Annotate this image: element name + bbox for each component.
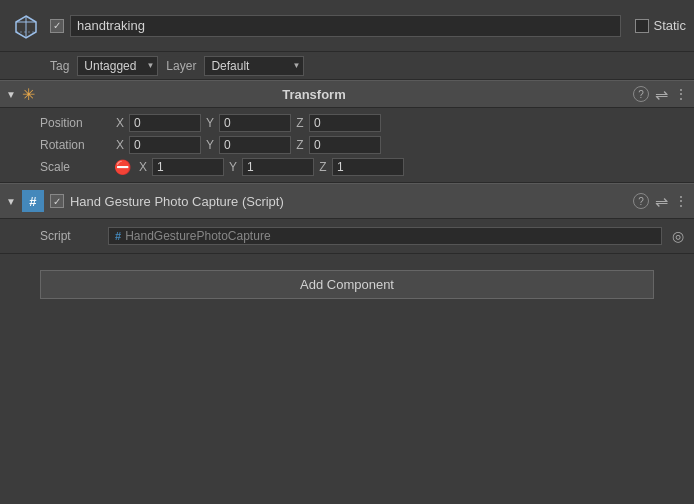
script-row: Script # HandGesturePhotoCapture ◎ xyxy=(40,225,686,247)
script-help-button[interactable]: ? xyxy=(633,193,649,209)
tag-dropdown[interactable]: Untagged xyxy=(77,56,158,76)
script-field-label: Script xyxy=(40,229,100,243)
static-wrapper: Static xyxy=(635,18,686,33)
script-collapse-icon[interactable]: ▼ xyxy=(6,196,16,207)
transform-body: Position X Y Z Rotation X Y Z Scale ⛔ X … xyxy=(0,108,694,183)
position-xyz: X Y Z xyxy=(114,114,686,132)
layer-label: Layer xyxy=(166,59,196,73)
script-title: Hand Gesture Photo Capture (Script) xyxy=(70,194,627,209)
script-value: # HandGesturePhotoCapture xyxy=(108,227,662,245)
position-x-label: X xyxy=(114,116,126,130)
scale-x-label: X xyxy=(137,160,149,174)
rotation-label: Rotation xyxy=(40,138,110,152)
rotation-xyz: X Y Z xyxy=(114,136,686,154)
active-checkbox[interactable] xyxy=(50,19,64,33)
script-section-header: ▼ # Hand Gesture Photo Capture (Script) … xyxy=(0,183,694,219)
scale-link-icon[interactable]: ⛔ xyxy=(114,159,131,175)
position-row: Position X Y Z xyxy=(0,112,694,134)
object-icon xyxy=(8,8,44,44)
transform-icon: ✳ xyxy=(22,85,35,104)
position-y-input[interactable] xyxy=(219,114,291,132)
add-component-section: Add Component xyxy=(0,254,694,315)
scale-z-label: Z xyxy=(317,160,329,174)
script-more-button[interactable]: ⋮ xyxy=(674,194,688,208)
rotation-row: Rotation X Y Z xyxy=(0,134,694,156)
rotation-y-input[interactable] xyxy=(219,136,291,154)
position-y-label: Y xyxy=(204,116,216,130)
script-settings-button[interactable]: ⇌ xyxy=(655,192,668,211)
tag-dropdown-wrapper: Untagged ▼ xyxy=(77,56,158,76)
scale-xyz: X Y Z xyxy=(137,158,686,176)
position-z-label: Z xyxy=(294,116,306,130)
rotation-x-label: X xyxy=(114,138,126,152)
scale-row: Scale ⛔ X Y Z xyxy=(0,156,694,178)
script-value-text: HandGesturePhotoCapture xyxy=(125,229,270,243)
header-bar: Static xyxy=(0,0,694,52)
transform-more-button[interactable]: ⋮ xyxy=(674,87,688,101)
object-name-input[interactable] xyxy=(70,15,621,37)
script-active-checkbox[interactable] xyxy=(50,194,64,208)
transform-actions: ? ⇌ ⋮ xyxy=(633,85,688,104)
add-component-button[interactable]: Add Component xyxy=(40,270,654,299)
scale-label: Scale xyxy=(40,160,110,174)
static-label: Static xyxy=(653,18,686,33)
layer-dropdown-wrapper: Default ▼ xyxy=(204,56,304,76)
transform-title: Transform xyxy=(41,87,587,102)
static-checkbox[interactable] xyxy=(635,19,649,33)
transform-help-button[interactable]: ? xyxy=(633,86,649,102)
transform-section-header: ▼ ✳ Transform ? ⇌ ⋮ xyxy=(0,80,694,108)
script-hash-icon: # xyxy=(22,190,44,212)
script-body: Script # HandGesturePhotoCapture ◎ xyxy=(0,219,694,254)
script-actions: ? ⇌ ⋮ xyxy=(633,192,688,211)
scale-y-input[interactable] xyxy=(242,158,314,176)
scale-z-input[interactable] xyxy=(332,158,404,176)
rotation-z-input[interactable] xyxy=(309,136,381,154)
script-hash-prefix: # xyxy=(115,230,121,242)
rotation-z-label: Z xyxy=(294,138,306,152)
scale-x-input[interactable] xyxy=(152,158,224,176)
script-target-button[interactable]: ◎ xyxy=(670,228,686,244)
tag-label: Tag xyxy=(50,59,69,73)
rotation-y-label: Y xyxy=(204,138,216,152)
position-x-input[interactable] xyxy=(129,114,201,132)
transform-collapse-icon[interactable]: ▼ xyxy=(6,89,16,100)
tag-layer-row: Tag Untagged ▼ Layer Default ▼ xyxy=(0,52,694,80)
transform-settings-button[interactable]: ⇌ xyxy=(655,85,668,104)
position-label: Position xyxy=(40,116,110,130)
scale-y-label: Y xyxy=(227,160,239,174)
rotation-x-input[interactable] xyxy=(129,136,201,154)
position-z-input[interactable] xyxy=(309,114,381,132)
layer-dropdown[interactable]: Default xyxy=(204,56,304,76)
